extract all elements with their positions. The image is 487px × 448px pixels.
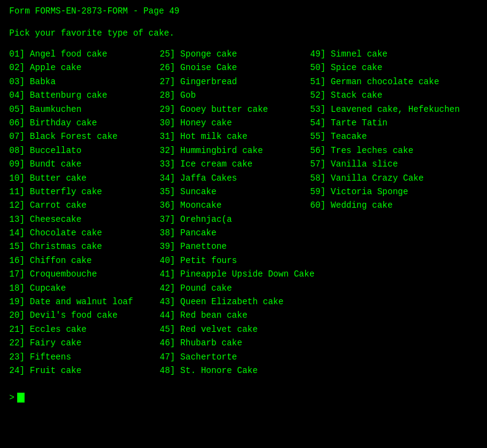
list-item: 41] Pineapple Upside Down Cake [160, 267, 310, 281]
list-item: 17] Croquembouche [9, 267, 160, 281]
list-item: 40] Petit fours [160, 254, 310, 267]
list-item: 57] Vanilla slice [310, 157, 482, 171]
list-item: 47] Sachertorte [160, 350, 310, 364]
list-item: 60] Wedding cake [310, 198, 482, 212]
input-prompt: > [9, 393, 14, 403]
list-item: 19] Date and walnut loaf [9, 295, 160, 308]
list-item: 24] Fruit cake [9, 364, 160, 377]
list-item: 36] Mooncake [160, 198, 310, 212]
prompt-line: Pick your favorite type of cake. [9, 28, 478, 38]
list-item: 32] Hummingbird cake [160, 144, 310, 157]
list-item: 14] Chocolate cake [9, 226, 160, 240]
list-item: 42] Pound cake [160, 281, 310, 295]
list-item: 27] Gingerbread [160, 75, 310, 88]
prompt-text: Pick your favorite type of cake. [9, 28, 174, 38]
list-item: 39] Panettone [160, 240, 310, 253]
list-item: 49] Simnel cake [310, 47, 482, 61]
list-item: 28] Gob [160, 88, 310, 102]
list-item: 46] Rhubarb cake [160, 336, 310, 350]
list-item: 23] Fifteens [9, 350, 160, 364]
list-item: 18] Cupcake [9, 281, 160, 295]
list-item: 10] Butter cake [9, 171, 160, 185]
list-item: 59] Victoria Sponge [310, 185, 482, 198]
list-item: 38] Pancake [160, 226, 310, 240]
list-item: 48] St. Honore Cake [160, 364, 310, 377]
list-item: 07] Black Forest cake [9, 130, 160, 143]
list-item: 25] Sponge cake [160, 47, 310, 61]
list-item: 13] Cheesecake [9, 213, 160, 226]
list-item: 26] Gnoise Cake [160, 61, 310, 74]
list-item: 02] Apple cake [9, 61, 160, 74]
list-item: 16] Chiffon cake [9, 254, 160, 267]
list-container: 01] Angel food cake02] Apple cake03] Bab… [9, 47, 478, 377]
list-item: 52] Stack cake [310, 88, 482, 102]
cursor [17, 393, 25, 403]
column-2: 25] Sponge cake26] Gnoise Cake27] Ginger… [160, 47, 310, 377]
column-3: 49] Simnel cake50] Spice cake51] German … [310, 47, 482, 377]
list-item: 50] Spice cake [310, 61, 482, 74]
list-item: 37] Orehnjac(a [160, 213, 310, 226]
list-item: 56] Tres leches cake [310, 144, 482, 157]
list-item: 15] Christmas cake [9, 240, 160, 253]
list-item: 43] Queen Elizabeth cake [160, 295, 310, 308]
list-item: 21] Eccles cake [9, 323, 160, 336]
list-item: 34] Jaffa Cakes [160, 171, 310, 185]
terminal-header: Form FORMS-EN-2873-FORM - Page 49 [9, 6, 478, 16]
cursor-line: > [9, 393, 478, 403]
list-item: 11] Butterfly cake [9, 185, 160, 198]
list-item: 12] Carrot cake [9, 198, 160, 212]
list-item: 01] Angel food cake [9, 47, 160, 61]
list-item: 29] Gooey butter cake [160, 103, 310, 116]
form-title: Form FORMS-EN-2873-FORM - Page 49 [9, 6, 179, 16]
list-item: 53] Leavened cake, Hefekuchen [310, 103, 482, 116]
list-item: 30] Honey cake [160, 116, 310, 130]
list-item: 03] Babka [9, 75, 160, 88]
list-item: 54] Tarte Tatin [310, 116, 482, 130]
list-item: 33] Ice cream cake [160, 157, 310, 171]
list-item: 58] Vanilla Crazy Cake [310, 171, 482, 185]
list-item: 05] Baumkuchen [9, 103, 160, 116]
list-item: 09] Bundt cake [9, 157, 160, 171]
list-item: 55] Teacake [310, 130, 482, 143]
list-item: 35] Suncake [160, 185, 310, 198]
list-item: 31] Hot milk cake [160, 130, 310, 143]
list-item: 20] Devil's food cake [9, 308, 160, 322]
list-item: 08] Buccellato [9, 144, 160, 157]
list-item: 45] Red velvet cake [160, 323, 310, 336]
list-item: 04] Battenburg cake [9, 88, 160, 102]
list-item: 51] German chocolate cake [310, 75, 482, 88]
column-1: 01] Angel food cake02] Apple cake03] Bab… [9, 47, 160, 377]
list-item: 06] Birthday cake [9, 116, 160, 130]
list-item: 44] Red bean cake [160, 308, 310, 322]
list-item: 22] Fairy cake [9, 336, 160, 350]
